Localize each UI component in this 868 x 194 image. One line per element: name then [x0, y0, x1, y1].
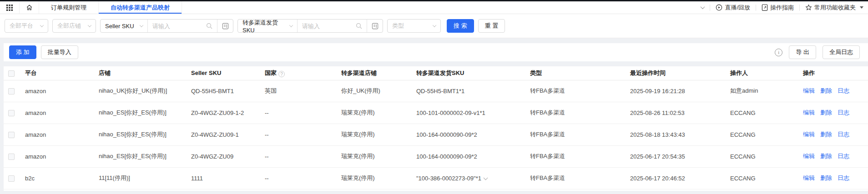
cell-last-op-time: 2025-06-17 20:46:52: [624, 167, 724, 189]
cell-type: 转FBA多渠道: [524, 167, 624, 189]
channel-sku-value: 100-164-0000090-09*2: [416, 153, 477, 160]
reset-button[interactable]: 重 置: [478, 19, 505, 33]
cell-seller-sku: 1111: [185, 167, 259, 189]
country-help-icon[interactable]: ?: [278, 71, 285, 77]
cell-operator: ECCANG: [724, 102, 797, 124]
delete-link[interactable]: 删除: [820, 87, 832, 94]
tab-label: 订单规则管理: [51, 4, 86, 12]
row-checkbox[interactable]: [8, 154, 15, 160]
channel-sku-search-icon[interactable]: [351, 20, 367, 32]
cell-channel-shop: 瑞莱克(停用): [335, 102, 410, 124]
select-all-checkbox[interactable]: [8, 70, 15, 77]
shop-select[interactable]: 全部店铺: [52, 19, 96, 33]
col-type: 类型: [524, 66, 624, 80]
col-seller-sku: Seller SKU: [185, 66, 259, 80]
col-actions: 操作: [797, 66, 868, 80]
live-replay-label: 直播/回放: [725, 4, 750, 12]
row-checkbox[interactable]: [8, 88, 15, 95]
top-navbar: 订单规则管理 自动转多渠道产品映射 直播/回放 操作指南: [0, 1, 868, 14]
filter-bar: 全部平台 全部店铺 Seller SKU 转多渠道发货SKU: [0, 14, 868, 38]
cell-seller-sku: Z0-4WGZ-ZU09-1-2: [185, 102, 259, 124]
log-link[interactable]: 日志: [838, 87, 849, 94]
log-link[interactable]: 日志: [838, 153, 849, 159]
info-icon[interactable]: i: [775, 49, 782, 56]
platform-select[interactable]: 全部平台: [5, 19, 48, 33]
divider: [756, 5, 756, 11]
cell-type: 转FBA多渠道: [524, 145, 624, 167]
channel-sku-batch-input-icon[interactable]: [367, 20, 383, 32]
cell-type: 转FBA多渠道: [524, 102, 624, 124]
seller-sku-field-select[interactable]: Seller SKU: [101, 20, 147, 32]
cell-channel-shop: 瑞莱克(停用): [335, 124, 410, 145]
seller-sku-search-icon[interactable]: [202, 20, 217, 32]
cell-operator: ECCANG: [724, 167, 797, 189]
cell-channel-shop: 瑞莱克(停用): [335, 167, 410, 189]
apps-menu-button[interactable]: [0, 1, 19, 14]
export-button[interactable]: 导 出: [789, 45, 816, 59]
edit-link[interactable]: 编辑: [803, 131, 815, 138]
log-link[interactable]: 日志: [838, 109, 849, 116]
row-checkbox[interactable]: [8, 175, 15, 182]
tab-auto-multichannel-mapping[interactable]: 自动转多渠道产品映射: [99, 1, 182, 14]
chevron-down-icon: [40, 23, 44, 27]
cell-last-op-time: 2025-08-18 13:43:43: [624, 124, 724, 145]
seller-sku-batch-input-icon[interactable]: [217, 20, 233, 32]
cell-channel-sku: 100-101-0000002-09-v1*1: [410, 102, 524, 124]
col-operator: 操作人: [724, 66, 797, 80]
tabs-collapse-chevron-icon[interactable]: [701, 5, 705, 9]
channel-sku-input[interactable]: [298, 20, 351, 32]
channel-sku-value: QD-55H5-BMT1*1: [416, 88, 464, 95]
type-select-placeholder: 类型: [392, 22, 404, 30]
log-link[interactable]: 日志: [838, 131, 849, 138]
seller-sku-input[interactable]: [148, 20, 202, 32]
edit-link[interactable]: 编辑: [803, 153, 815, 159]
cell-operator: ECCANG: [724, 145, 797, 167]
cell-shop: nihao_ES[你好_ES(停用)]: [93, 124, 185, 145]
global-log-button[interactable]: 全局日志: [823, 45, 860, 59]
chevron-down-icon: [289, 23, 293, 27]
cell-channel-sku: "100-386-0002273-09"*1: [410, 167, 524, 189]
channel-sku-field-select[interactable]: 转多渠道发货SKU: [238, 20, 297, 32]
home-button[interactable]: [19, 1, 39, 14]
add-button[interactable]: 添 加: [9, 45, 36, 59]
chevron-down-icon: [88, 23, 91, 27]
row-checkbox[interactable]: [8, 110, 15, 116]
shop-select-placeholder: 全部店铺: [57, 22, 81, 30]
col-country-label: 国家: [265, 70, 277, 76]
row-checkbox[interactable]: [8, 132, 15, 138]
table-row: amazonnihao_ES[你好_ES(停用)]Z0-4WGZ-ZU09--瑞…: [4, 145, 868, 167]
log-link[interactable]: 日志: [838, 174, 849, 181]
cell-country: --: [259, 167, 335, 189]
type-select[interactable]: 类型: [387, 19, 441, 33]
edit-link[interactable]: 编辑: [803, 174, 815, 181]
channel-sku-value: 100-164-0000090-09*2: [416, 131, 477, 138]
action-toolbar: 添 加 批量导入 i 导 出 全局日志: [4, 43, 868, 61]
live-replay-button[interactable]: 直播/回放: [716, 4, 750, 12]
guide-button[interactable]: 操作指南: [762, 4, 794, 12]
search-button[interactable]: 搜 索: [447, 19, 474, 33]
delete-link[interactable]: 删除: [820, 153, 832, 159]
edit-link[interactable]: 编辑: [803, 87, 815, 94]
cell-last-op-time: 2025-06-17 20:54:35: [624, 145, 724, 167]
table-row: b2c11[11(停用)]1111--瑞莱克(停用)"100-386-00022…: [4, 167, 868, 189]
mapping-table-card: 平台 店铺 Seller SKU 国家? 转多渠道店铺 转多渠道发货SKU 类型…: [4, 66, 868, 191]
table-row: amazonnihao_ES[你好_ES(停用)]Z0-4WGZ-ZU09-1-…: [4, 102, 868, 124]
batch-import-button[interactable]: 批量导入: [41, 45, 78, 59]
cell-last-op-time: 2025-08-26 11:02:53: [624, 102, 724, 124]
cell-shop: nihao_ES[你好_ES(停用)]: [93, 145, 185, 167]
cell-platform: amazon: [19, 102, 93, 124]
channel-sku-value: "100-386-0002273-09"*1: [416, 175, 481, 182]
cell-shop: nihao_ES[你好_ES(停用)]: [93, 102, 185, 124]
platform-select-placeholder: 全部平台: [10, 22, 33, 30]
edit-link[interactable]: 编辑: [803, 109, 815, 116]
tab-order-rules[interactable]: 订单规则管理: [39, 1, 99, 14]
cell-country: --: [259, 124, 335, 145]
favorites-button[interactable]: 常用功能收藏夹: [805, 4, 863, 12]
star-icon: [805, 4, 812, 11]
delete-link[interactable]: 删除: [820, 174, 832, 181]
col-shop: 店铺: [93, 66, 185, 80]
delete-link[interactable]: 删除: [820, 131, 832, 138]
sku-expand-chevron-icon[interactable]: [484, 175, 488, 180]
delete-link[interactable]: 删除: [820, 109, 832, 116]
guide-label: 操作指南: [770, 4, 794, 12]
